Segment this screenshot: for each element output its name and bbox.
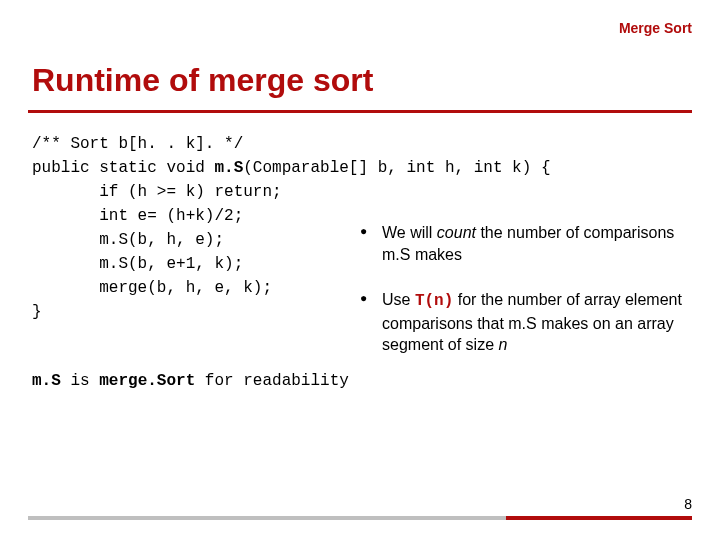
- page-number: 8: [684, 496, 692, 512]
- bullet-item: Use T(n) for the number of array element…: [360, 289, 690, 356]
- header-label: Merge Sort: [619, 20, 692, 36]
- code-line: (Comparable[] b, int h, int k) {: [243, 159, 550, 177]
- code-line: int e= (h+k)/2;: [32, 207, 243, 225]
- code-line: /** Sort b[h. . k]. */: [32, 135, 243, 153]
- slide-title: Runtime of merge sort: [32, 62, 373, 99]
- tn-symbol: T(n): [415, 292, 453, 310]
- code-line: }: [32, 303, 42, 321]
- footer-divider: [28, 516, 692, 520]
- readability-note: m.S is merge.Sort for readability: [32, 372, 349, 390]
- readability-text: for readability: [195, 372, 349, 390]
- code-line: public static void: [32, 159, 214, 177]
- code-line: if (h >= k) return;: [32, 183, 282, 201]
- bullet-list: We will count the number of comparisons …: [360, 222, 690, 380]
- code-line: m.S(b, e+1, k);: [32, 255, 243, 273]
- title-divider: [28, 110, 692, 113]
- bullet-item: We will count the number of comparisons …: [360, 222, 690, 265]
- code-line: m.S(b, h, e);: [32, 231, 224, 249]
- code-method: m.S: [214, 159, 243, 177]
- code-line: merge(b, h, e, k);: [32, 279, 272, 297]
- readability-text: is: [61, 372, 99, 390]
- readability-mergesort: merge.Sort: [99, 372, 195, 390]
- bullet-emph: count: [437, 224, 476, 241]
- readability-ms: m.S: [32, 372, 61, 390]
- var-n: n: [499, 336, 508, 353]
- bullet-text: Use: [382, 291, 415, 308]
- bullet-text: We will: [382, 224, 437, 241]
